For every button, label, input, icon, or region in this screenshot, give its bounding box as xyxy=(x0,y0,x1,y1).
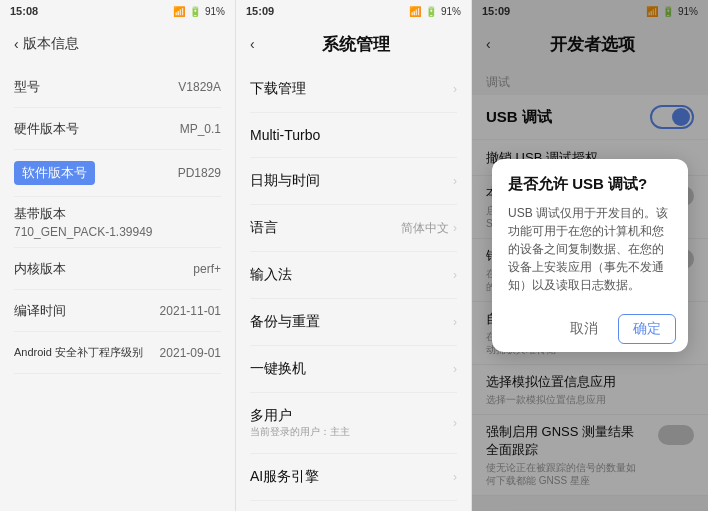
menu-label-turbo: Multi-Turbo xyxy=(250,127,320,143)
menu-right-language: 简体中文 › xyxy=(401,220,457,237)
value-security: 2021-09-01 xyxy=(160,346,221,360)
value-buildtime: 2021-11-01 xyxy=(160,304,221,318)
dialog-confirm-button[interactable]: 确定 xyxy=(618,314,676,344)
menu-item-turbo[interactable]: Multi-Turbo xyxy=(250,113,457,158)
chevron-input: › xyxy=(453,268,457,282)
dialog-content: 是否允许 USB 调试? USB 调试仅用于开发目的。该功能可用于在您的计算机和… xyxy=(492,159,688,306)
label-model: 型号 xyxy=(14,78,40,96)
chevron-ai: › xyxy=(453,470,457,484)
value-hardware: MP_0.1 xyxy=(180,122,221,136)
menu-item-download[interactable]: 下载管理 › xyxy=(250,66,457,113)
dialog-title: 是否允许 USB 调试? xyxy=(508,175,672,194)
status-bar-1: 15:08 📶 🔋 91% xyxy=(0,0,235,22)
value-model: V1829A xyxy=(178,80,221,94)
dialog-usb-debug: 是否允许 USB 调试? USB 调试仅用于开发目的。该功能可用于在您的计算机和… xyxy=(492,159,688,352)
label-hardware: 硬件版本号 xyxy=(14,120,79,138)
status-bar-2: 15:09 📶 🔋 91% xyxy=(236,0,471,22)
info-row-buildtime: 编译时间 2021-11-01 xyxy=(14,290,221,332)
signal-icon-2: 📶 xyxy=(409,6,421,17)
info-row-baseband: 基带版本 710_GEN_PACK-1.39949 xyxy=(14,197,221,248)
menu-item-ai[interactable]: AI服务引擎 › xyxy=(250,454,457,501)
label-security: Android 安全补丁程序级别 xyxy=(14,345,143,360)
nav-title-2: 系统管理 xyxy=(255,33,457,56)
wifi-icon-2: 🔋 xyxy=(425,6,437,17)
chevron-multiuser: › xyxy=(453,416,457,430)
panel-system-management: 15:09 📶 🔋 91% ‹ 系统管理 下载管理 › Multi-Turbo … xyxy=(236,0,472,511)
info-list: 型号 V1829A 硬件版本号 MP_0.1 软件版本号 PD1829 基带版本… xyxy=(0,66,235,511)
chevron-datetime: › xyxy=(453,174,457,188)
chevron-backup: › xyxy=(453,315,457,329)
status-icons-2: 📶 🔋 91% xyxy=(409,6,461,17)
signal-icon-1: 📶 xyxy=(173,6,185,17)
value-kernel: perf+ xyxy=(193,262,221,276)
panel-version-info: 15:08 📶 🔋 91% ‹ 版本信息 型号 V1829A 硬件版本号 MP_… xyxy=(0,0,236,511)
time-2: 15:09 xyxy=(246,5,274,17)
label-kernel: 内核版本 xyxy=(14,260,66,278)
menu-label-backup: 备份与重置 xyxy=(250,313,320,331)
dialog-actions: 取消 确定 xyxy=(492,306,688,352)
label-software-highlighted: 软件版本号 xyxy=(14,161,95,185)
panel-developer-options: 15:09 📶 🔋 91% ‹ 开发者选项 调试 USB 调试 撤销 USB 调… xyxy=(472,0,708,511)
menu-label-language: 语言 xyxy=(250,219,278,237)
back-button-1[interactable]: ‹ 版本信息 xyxy=(14,35,79,53)
back-arrow-1: ‹ xyxy=(14,36,19,52)
dialog-overlay: 是否允许 USB 调试? USB 调试仅用于开发目的。该功能可用于在您的计算机和… xyxy=(472,0,708,511)
dialog-cancel-button[interactable]: 取消 xyxy=(558,314,610,344)
menu-label-download: 下载管理 xyxy=(250,80,306,98)
value-software: PD1829 xyxy=(178,166,221,180)
menu-sub-multiuser: 当前登录的用户：主主 xyxy=(250,425,350,439)
menu-item-migrate[interactable]: 一键换机 › xyxy=(250,346,457,393)
chevron-language: › xyxy=(453,221,457,235)
info-row-security: Android 安全补丁程序级别 2021-09-01 xyxy=(14,332,221,374)
info-row-hardware: 硬件版本号 MP_0.1 xyxy=(14,108,221,150)
menu-item-language[interactable]: 语言 简体中文 › xyxy=(250,205,457,252)
time-1: 15:08 xyxy=(10,5,38,17)
menu-label-input: 输入法 xyxy=(250,266,292,284)
menu-item-backup[interactable]: 备份与重置 › xyxy=(250,299,457,346)
language-value: 简体中文 xyxy=(401,220,449,237)
nav-bar-2: ‹ 系统管理 xyxy=(236,22,471,66)
wifi-icon-1: 🔋 xyxy=(189,6,201,17)
info-row-model: 型号 V1829A xyxy=(14,66,221,108)
chevron-download: › xyxy=(453,82,457,96)
status-icons-1: 📶 🔋 91% xyxy=(173,6,225,17)
menu-list: 下载管理 › Multi-Turbo 日期与时间 › 语言 简体中文 › 输入法… xyxy=(236,66,471,511)
menu-label-migrate: 一键换机 xyxy=(250,360,306,378)
label-buildtime: 编译时间 xyxy=(14,302,66,320)
battery-1: 91% xyxy=(205,6,225,17)
menu-item-multiuser[interactable]: 多用户 当前登录的用户：主主 › xyxy=(250,393,457,454)
label-baseband: 基带版本 xyxy=(14,205,66,223)
menu-label-datetime: 日期与时间 xyxy=(250,172,320,190)
menu-label-multiuser: 多用户 xyxy=(250,407,350,425)
nav-back-label-1: 版本信息 xyxy=(23,35,79,53)
menu-item-google[interactable]: Google › xyxy=(250,501,457,511)
battery-2: 91% xyxy=(441,6,461,17)
info-row-software: 软件版本号 PD1829 xyxy=(14,150,221,197)
dialog-body: USB 调试仅用于开发目的。该功能可用于在您的计算机和您的设备之间复制数据、在您… xyxy=(508,204,672,294)
menu-label-ai: AI服务引擎 xyxy=(250,468,319,486)
value-baseband: 710_GEN_PACK-1.39949 xyxy=(14,225,153,239)
chevron-migrate: › xyxy=(453,362,457,376)
info-row-kernel: 内核版本 perf+ xyxy=(14,248,221,290)
menu-item-input[interactable]: 输入法 › xyxy=(250,252,457,299)
menu-item-datetime[interactable]: 日期与时间 › xyxy=(250,158,457,205)
nav-bar-1: ‹ 版本信息 xyxy=(0,22,235,66)
